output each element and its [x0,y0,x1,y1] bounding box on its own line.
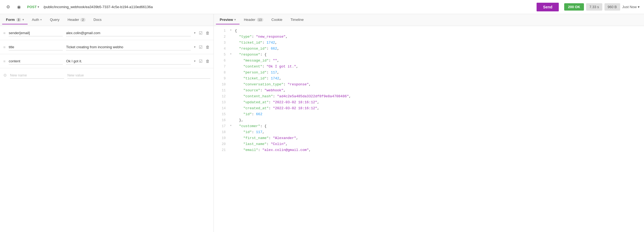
line-number: 9 [216,76,226,81]
right-tabs: Preview ▾ Header 13 Cookie Timeline [214,14,644,26]
time-badge: 7.33 s [586,3,602,11]
value-type-dropdown[interactable]: ▾ [193,59,196,63]
tab-response-header[interactable]: Header 13 [240,15,267,24]
tab-auth-label: Auth [32,18,39,22]
tab-preview-arrow: ▾ [234,18,236,21]
form-row-actions: ▾ ☑ 🗑 [193,58,210,64]
form-row: ≡ ▾ ☑ 🗑 [0,40,213,54]
form-row: ≡ ▾ ☑ 🗑 [0,26,213,40]
json-line: 8 "person_id": 117, [214,70,644,76]
status-badge: 200 OK [564,3,584,11]
json-line: 15 "id": 662 [214,112,644,118]
value-type-dropdown[interactable]: ▾ [193,31,196,35]
value-type-dropdown[interactable]: ▾ [193,45,196,49]
new-value-input[interactable] [67,72,210,79]
timestamp-dropdown[interactable]: Just Now ▾ [622,5,640,9]
left-tabs: Form 3 ▾ Auth ▾ Query Header 2 Docs [0,14,213,26]
form-value-input[interactable] [66,30,191,36]
form-row-actions: ▾ ☑ 🗑 [193,44,210,50]
form-row: ≡ ▾ ☑ 🗑 [0,54,213,68]
json-content: "id": 117, [235,130,642,135]
checkbox-icon[interactable]: ☑ [198,58,203,64]
line-number: 5 [216,52,226,57]
delete-icon[interactable]: 🗑 [205,30,210,36]
line-number: 16 [216,118,226,123]
tab-header[interactable]: Header 2 [64,15,89,24]
top-bar: ⚙ ◉ POST ▾ Send 200 OK 7.33 s 960 B Just… [0,0,644,14]
line-number: 20 [216,141,226,147]
line-number: 1 [216,28,226,34]
delete-icon[interactable]: 🗑 [205,44,210,50]
send-button[interactable]: Send [537,3,559,11]
tab-response-header-label: Header [244,18,255,22]
json-line: 3 "ticket_id": 1742, [214,40,644,46]
json-content: "response": { [235,52,642,58]
tab-cookie[interactable]: Cookie [268,15,286,24]
json-content: "last_name": "Colin", [235,141,642,147]
json-content: "content": "Ok I got it.", [235,64,642,70]
checkbox-icon[interactable]: ☑ [198,44,203,50]
collapse-toggle[interactable]: ▾ [230,28,234,33]
collapse-toggle[interactable]: ▾ [230,124,234,128]
line-number: 10 [216,82,226,87]
json-line: 13 "updated_at": "2022-03-02 18:16:12", [214,100,644,106]
collapse-toggle[interactable]: ▾ [230,52,234,56]
drag-handle-icon[interactable]: ≡ [3,31,5,35]
method-arrow: ▾ [38,5,39,8]
json-content: "message_id": "", [235,58,642,64]
json-line: 20 "last_name": "Colin", [214,141,644,147]
json-content: "ticket_id": 1742, [235,40,642,46]
form-key-input[interactable] [9,58,63,65]
line-number: 21 [216,147,226,153]
line-number: 7 [216,64,226,69]
tab-query[interactable]: Query [46,15,63,24]
form-value-input[interactable] [66,58,191,65]
tab-header-badge: 2 [80,18,85,22]
json-content: { [235,28,642,34]
json-content: "conversation_type": "response", [235,82,642,88]
tab-preview[interactable]: Preview ▾ [216,15,239,24]
new-row-gear-icon: ⚙ [3,73,7,78]
json-content: }, [235,118,642,123]
tab-form-arrow: ▾ [22,18,24,21]
json-content: "ticket_id": 1742, [235,76,642,82]
form-row-actions: ▾ ☑ 🗑 [193,30,210,36]
form-value-input[interactable] [66,44,191,50]
tab-timeline[interactable]: Timeline [287,15,308,24]
settings-icon[interactable]: ⚙ [4,3,12,11]
tab-query-label: Query [50,18,59,22]
form-key-input[interactable] [9,44,63,50]
json-line: 21 "email": "alex.colin@gmail.com", [214,147,644,153]
tab-docs[interactable]: Docs [90,15,106,24]
new-key-input[interactable] [10,72,64,79]
json-line: 19 "first_name": "Alexander", [214,136,644,141]
line-number: 13 [216,100,226,105]
tab-docs-label: Docs [94,18,102,22]
drag-handle-icon[interactable]: ≡ [3,45,5,49]
json-line: 12 "content_hash": "ad4c2e5a485da3322df8… [214,94,644,100]
line-number: 17 [216,124,226,129]
json-content: "email": "alex.colin@gmail.com", [235,147,642,153]
json-line: 16 }, [214,118,644,124]
user-icon[interactable]: ◉ [15,3,23,11]
tab-auth[interactable]: Auth ▾ [28,15,46,24]
json-line: 2 "type": "new_response", [214,34,644,40]
new-form-row: ⚙ [0,68,213,82]
json-line: 6 "message_id": "", [214,58,644,64]
delete-icon[interactable]: 🗑 [205,58,210,64]
json-line: 5 ▾ "response": { [214,52,644,58]
method-dropdown[interactable]: POST ▾ [27,5,39,9]
json-line: 9 "ticket_id": 1742, [214,76,644,82]
checkbox-icon[interactable]: ☑ [198,30,203,36]
form-key-input[interactable] [9,30,63,36]
json-line: 4 "response_id": 662, [214,46,644,52]
json-content: "customer": { [235,124,642,129]
json-line: 11 "source": "webhook", [214,88,644,94]
drag-handle-icon[interactable]: ≡ [3,59,5,63]
line-number: 4 [216,46,226,51]
right-panel: Preview ▾ Header 13 Cookie Timeline 1 ▾ … [214,14,644,232]
tab-form[interactable]: Form 3 ▾ [2,15,28,24]
url-input[interactable] [43,5,534,9]
form-area: ≡ ▾ ☑ 🗑 ≡ ▾ ☑ 🗑 [0,26,213,232]
json-line: 10 "conversation_type": "response", [214,82,644,88]
